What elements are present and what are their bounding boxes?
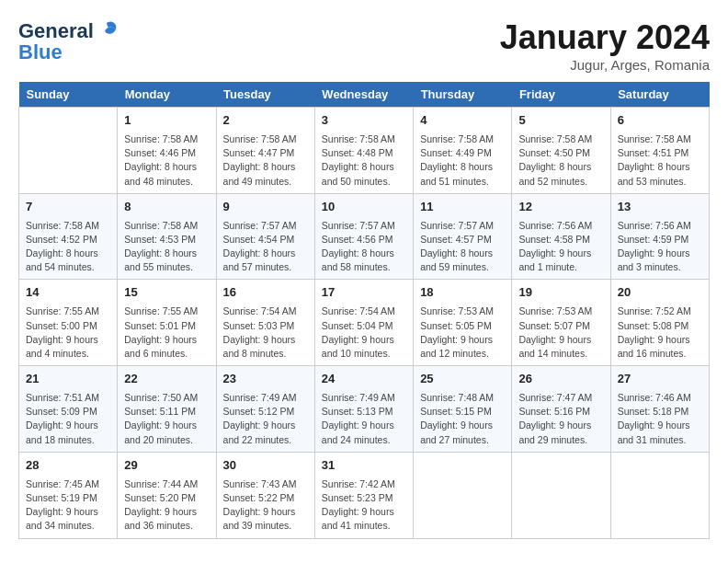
calendar-cell: 4Sunrise: 7:58 AMSunset: 4:49 PMDaylight…	[414, 108, 512, 194]
col-saturday: Saturday	[610, 82, 709, 108]
calendar-cell: 25Sunrise: 7:48 AMSunset: 5:15 PMDayligh…	[414, 366, 512, 453]
calendar-cell: 30Sunrise: 7:43 AMSunset: 5:22 PMDayligh…	[216, 452, 314, 538]
calendar-cell	[610, 452, 709, 538]
location: Jugur, Arges, Romania	[500, 57, 710, 73]
calendar-cell: 27Sunrise: 7:46 AMSunset: 5:18 PMDayligh…	[610, 366, 709, 453]
col-wednesday: Wednesday	[314, 82, 413, 108]
calendar-week-5: 28Sunrise: 7:45 AMSunset: 5:19 PMDayligh…	[19, 452, 710, 538]
page-header: General Blue January 2024 Jugur, Arges, …	[18, 18, 710, 73]
col-thursday: Thursday	[414, 82, 512, 108]
calendar-cell: 14Sunrise: 7:55 AMSunset: 5:00 PMDayligh…	[19, 280, 118, 366]
calendar-body: 1Sunrise: 7:58 AMSunset: 4:46 PMDaylight…	[19, 108, 710, 539]
calendar-cell: 17Sunrise: 7:54 AMSunset: 5:04 PMDayligh…	[314, 280, 413, 366]
calendar-week-1: 1Sunrise: 7:58 AMSunset: 4:46 PMDaylight…	[19, 108, 710, 194]
header-row: Sunday Monday Tuesday Wednesday Thursday…	[19, 82, 710, 108]
calendar-cell: 24Sunrise: 7:49 AMSunset: 5:13 PMDayligh…	[314, 366, 413, 453]
col-tuesday: Tuesday	[216, 82, 314, 108]
calendar-cell	[512, 452, 610, 538]
calendar-cell: 9Sunrise: 7:57 AMSunset: 4:54 PMDaylight…	[216, 193, 314, 280]
calendar-cell: 5Sunrise: 7:58 AMSunset: 4:50 PMDaylight…	[512, 108, 610, 194]
col-monday: Monday	[118, 82, 216, 108]
calendar-cell: 15Sunrise: 7:55 AMSunset: 5:01 PMDayligh…	[118, 280, 216, 366]
bird-icon	[96, 18, 121, 44]
col-friday: Friday	[512, 82, 610, 108]
calendar-cell: 6Sunrise: 7:58 AMSunset: 4:51 PMDaylight…	[610, 108, 709, 194]
logo: General Blue	[18, 18, 121, 64]
calendar-cell: 19Sunrise: 7:53 AMSunset: 5:07 PMDayligh…	[512, 280, 610, 366]
month-title: January 2024	[500, 18, 710, 57]
logo-text: General Blue	[18, 18, 121, 64]
calendar-cell: 26Sunrise: 7:47 AMSunset: 5:16 PMDayligh…	[512, 366, 610, 453]
calendar-header: Sunday Monday Tuesday Wednesday Thursday…	[19, 82, 710, 108]
calendar-cell: 29Sunrise: 7:44 AMSunset: 5:20 PMDayligh…	[118, 452, 216, 538]
calendar-cell: 18Sunrise: 7:53 AMSunset: 5:05 PMDayligh…	[414, 280, 512, 366]
calendar-cell: 28Sunrise: 7:45 AMSunset: 5:19 PMDayligh…	[19, 452, 118, 538]
calendar-cell: 8Sunrise: 7:58 AMSunset: 4:53 PMDaylight…	[118, 193, 216, 280]
calendar-week-4: 21Sunrise: 7:51 AMSunset: 5:09 PMDayligh…	[19, 366, 710, 453]
calendar-cell: 16Sunrise: 7:54 AMSunset: 5:03 PMDayligh…	[216, 280, 314, 366]
calendar-cell: 22Sunrise: 7:50 AMSunset: 5:11 PMDayligh…	[118, 366, 216, 453]
calendar-cell: 23Sunrise: 7:49 AMSunset: 5:12 PMDayligh…	[216, 366, 314, 453]
calendar-cell	[414, 452, 512, 538]
calendar-cell: 13Sunrise: 7:56 AMSunset: 4:59 PMDayligh…	[610, 193, 709, 280]
calendar-table: Sunday Monday Tuesday Wednesday Thursday…	[18, 82, 710, 539]
calendar-cell: 31Sunrise: 7:42 AMSunset: 5:23 PMDayligh…	[314, 452, 413, 538]
title-block: January 2024 Jugur, Arges, Romania	[500, 18, 710, 73]
calendar-cell: 1Sunrise: 7:58 AMSunset: 4:46 PMDaylight…	[118, 108, 216, 194]
calendar-cell: 3Sunrise: 7:58 AMSunset: 4:48 PMDaylight…	[314, 108, 413, 194]
col-sunday: Sunday	[19, 82, 118, 108]
calendar-week-3: 14Sunrise: 7:55 AMSunset: 5:00 PMDayligh…	[19, 280, 710, 366]
calendar-cell: 10Sunrise: 7:57 AMSunset: 4:56 PMDayligh…	[314, 193, 413, 280]
calendar-week-2: 7Sunrise: 7:58 AMSunset: 4:52 PMDaylight…	[19, 193, 710, 280]
calendar-cell: 2Sunrise: 7:58 AMSunset: 4:47 PMDaylight…	[216, 108, 314, 194]
calendar-cell: 7Sunrise: 7:58 AMSunset: 4:52 PMDaylight…	[19, 193, 118, 280]
calendar-cell: 12Sunrise: 7:56 AMSunset: 4:58 PMDayligh…	[512, 193, 610, 280]
calendar-cell: 20Sunrise: 7:52 AMSunset: 5:08 PMDayligh…	[610, 280, 709, 366]
calendar-cell: 11Sunrise: 7:57 AMSunset: 4:57 PMDayligh…	[414, 193, 512, 280]
calendar-cell	[19, 108, 118, 194]
calendar-cell: 21Sunrise: 7:51 AMSunset: 5:09 PMDayligh…	[19, 366, 118, 453]
